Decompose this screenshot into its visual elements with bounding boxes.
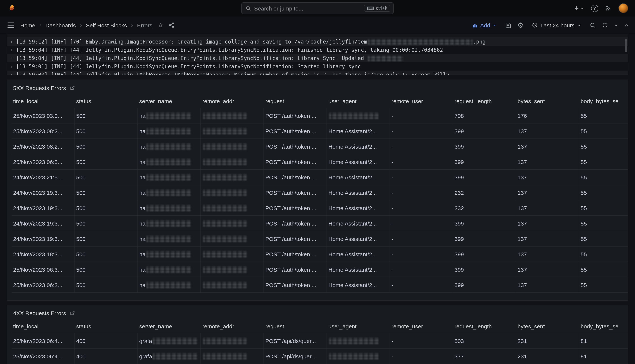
log-scrollbar[interactable]	[625, 39, 627, 52]
table-cell: -	[390, 262, 453, 277]
table-cell: 399	[453, 216, 516, 231]
column-header[interactable]: server_name	[138, 319, 201, 333]
table-cell: grafa	[138, 333, 201, 348]
column-header[interactable]: body_bytes_se	[579, 319, 628, 333]
zoom-out-button[interactable]	[590, 22, 596, 28]
column-header[interactable]: request	[264, 319, 327, 333]
column-header[interactable]: request_length	[453, 319, 516, 333]
chevron-down-icon	[580, 6, 584, 10]
log-line[interactable]: ›[13:59:12] [INF] [70] Emby.Drawing.Imag…	[7, 38, 628, 46]
refresh-interval-button[interactable]	[614, 23, 618, 27]
breadcrumb-item[interactable]: Dashboards	[46, 22, 76, 28]
search-input[interactable]: Search or jump to... ⌨ ctrl+k	[241, 2, 394, 14]
column-header[interactable]: status	[75, 94, 138, 108]
help-button[interactable]: ?	[591, 5, 598, 12]
table-cell: 232	[453, 200, 516, 216]
breadcrumb-item[interactable]: Self Host Blocks	[86, 22, 127, 28]
table-cell: Home Assistant/2...	[327, 246, 390, 262]
dashboard-settings-button[interactable]: ⚙	[517, 22, 524, 29]
external-link-icon[interactable]	[70, 310, 75, 316]
log-line[interactable]: ›[13:59:00] [INF] [44] Jellyfin.Plugin.T…	[7, 70, 628, 75]
table-cell: Home Assistant/2...	[327, 262, 390, 277]
table-cell: 137	[516, 124, 579, 138]
table-row: 25/Nov/2023:08:2...500haPOST /auth/token…	[12, 139, 628, 154]
table-cell	[327, 333, 390, 348]
table-cell	[327, 348, 390, 364]
table-cell: 500	[75, 231, 138, 246]
log-text: [13:59:04] [INF] [44] Jellyfin.Plugin.Ko…	[16, 47, 443, 53]
time-range-picker[interactable]: Last 24 hours	[530, 22, 584, 29]
panel-title[interactable]: 5XX Requests Errors	[13, 84, 66, 91]
new-button[interactable]: +	[574, 4, 584, 12]
table-row: 25/Nov/2023:06:2...500haPOST /auth/token…	[12, 277, 628, 293]
table-cell: Home Assistant/2...	[327, 231, 390, 246]
table-cell: 137	[516, 216, 579, 231]
table-cell: 708	[453, 108, 516, 123]
breadcrumb-item[interactable]: Home	[20, 22, 35, 28]
column-header[interactable]: status	[75, 319, 138, 333]
table-cell: POST /auth/token ...	[264, 108, 327, 123]
table-cell: 55	[579, 170, 628, 185]
column-header[interactable]: remote_user	[390, 94, 453, 108]
redacted-text	[203, 251, 246, 257]
share-button[interactable]	[168, 22, 174, 28]
collapse-toolbar-button[interactable]	[624, 23, 629, 28]
column-header[interactable]: time_local	[12, 319, 75, 333]
column-header[interactable]: body_bytes_se	[579, 94, 628, 108]
table-cell: 137	[516, 154, 579, 169]
chevron-down-icon	[614, 23, 618, 27]
table-cell: ha	[138, 170, 201, 185]
table-cell: POST /auth/token ...	[264, 277, 327, 292]
column-header[interactable]: bytes_sent	[516, 94, 579, 108]
menu-toggle-button[interactable]	[6, 21, 16, 29]
table-cell	[201, 185, 264, 200]
errors-table-4xx: time_localstatusserver_nameremote_addrre…	[12, 319, 628, 364]
panel-title[interactable]: 4XX Requests Errors	[13, 310, 66, 316]
column-header[interactable]: user_agent	[327, 319, 390, 333]
column-header[interactable]: remote_addr	[201, 94, 264, 108]
search-placeholder: Search or jump to...	[254, 5, 361, 12]
news-button[interactable]	[605, 5, 612, 12]
column-header[interactable]: bytes_sent	[516, 319, 579, 333]
log-line[interactable]: ›[13:59:01] [INF] [44] Jellyfin.Plugin.K…	[7, 62, 628, 70]
panel-4xx-requests-errors: 4XX Requests Errors time_localstatusserv…	[7, 305, 628, 364]
redacted-text	[146, 236, 191, 242]
zoom-out-icon	[590, 22, 596, 28]
table-cell: 400	[75, 333, 138, 348]
external-link-icon[interactable]	[70, 85, 75, 90]
column-header[interactable]: request_length	[453, 94, 516, 108]
table-cell: 137	[516, 170, 579, 185]
table-cell: 55	[579, 246, 628, 262]
column-header[interactable]: server_name	[138, 94, 201, 108]
log-line[interactable]: ›[13:59:04] [INF] [44] Jellyfin.Plugin.K…	[7, 54, 628, 62]
redacted-text	[203, 236, 246, 242]
table-cell: 81	[579, 348, 628, 364]
table-cell: 399	[453, 262, 516, 277]
table-cell: 500	[75, 139, 138, 154]
grafana-logo-icon[interactable]	[7, 4, 16, 13]
column-header[interactable]: user_agent	[327, 94, 390, 108]
redacted-text	[368, 39, 473, 45]
rss-icon	[605, 5, 612, 12]
table-cell: 377	[453, 348, 516, 364]
refresh-button[interactable]	[602, 22, 608, 28]
table-cell: 500	[75, 216, 138, 231]
table-cell: 500	[75, 124, 138, 138]
add-button[interactable]: Add	[470, 22, 499, 29]
table-cell: 500	[75, 246, 138, 262]
favorite-button[interactable]: ☆	[157, 21, 164, 30]
user-avatar[interactable]	[618, 4, 628, 13]
column-header[interactable]: remote_addr	[201, 319, 264, 333]
table-cell: 232	[453, 185, 516, 200]
table-cell: POST /auth/token ...	[264, 124, 327, 138]
expand-icon: ›	[10, 55, 12, 61]
table-cell: 137	[516, 231, 579, 246]
table-cell: ha	[138, 124, 201, 138]
column-header[interactable]: time_local	[12, 94, 75, 108]
log-line[interactable]: ›[13:59:04] [INF] [44] Jellyfin.Plugin.K…	[7, 46, 628, 54]
table-cell: -	[390, 124, 453, 138]
save-dashboard-button[interactable]	[505, 22, 511, 28]
table-cell: 137	[516, 262, 579, 277]
column-header[interactable]: remote_user	[390, 319, 453, 333]
column-header[interactable]: request	[264, 94, 327, 108]
